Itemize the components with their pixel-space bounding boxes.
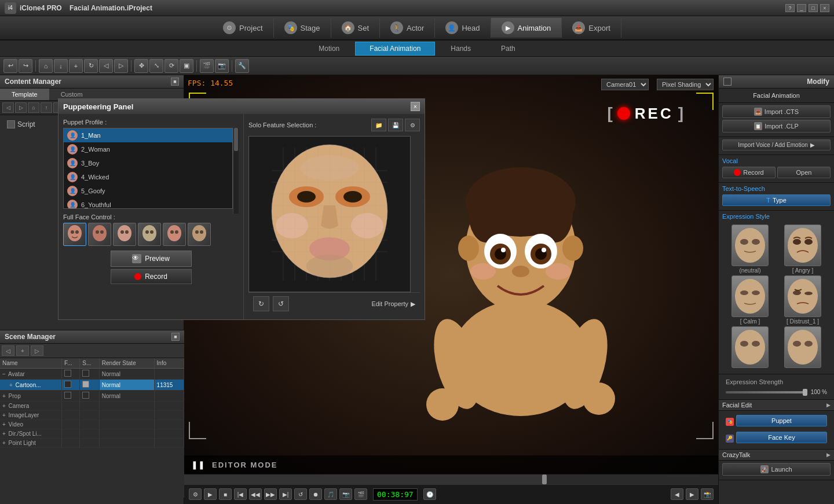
nav-tab-head[interactable]: 👤 Head (435, 18, 491, 38)
type-button[interactable]: T Type (722, 194, 831, 206)
profile-scrollbar-thumb[interactable] (234, 128, 238, 151)
scene-tool-next[interactable]: ▷ (31, 345, 43, 356)
expr-calm[interactable]: [ Calm ] (725, 275, 776, 325)
face-thumb-2[interactable] (88, 223, 111, 246)
profile-item-4[interactable]: 👤 4_Wicked (64, 170, 232, 184)
face-thumb-4[interactable] (138, 223, 161, 246)
pp-tool-rotate[interactable]: ↻ (253, 296, 269, 311)
tc-end-button[interactable]: ▶| (279, 488, 292, 500)
maximize-button[interactable]: □ (809, 4, 818, 12)
table-row[interactable]: + Point Light (0, 439, 184, 448)
home-button[interactable]: ⌂ (39, 59, 53, 73)
face-thumb-5[interactable] (163, 223, 186, 246)
face-thumb-1[interactable] (63, 223, 86, 246)
close-button[interactable]: × (820, 4, 829, 12)
help-button[interactable]: ? (785, 4, 795, 12)
minimize-button[interactable]: _ (797, 4, 806, 12)
render-button[interactable]: 🎬 (200, 59, 214, 73)
pp-preview-button[interactable]: 👁 Preview (111, 251, 192, 267)
expr-5[interactable] (725, 326, 776, 369)
sub-tab-hands[interactable]: Hands (436, 42, 485, 56)
nav-tab-animation[interactable]: ▶ Animation (491, 18, 562, 38)
tc-play-button[interactable]: ▶ (204, 488, 217, 500)
content-manager-close[interactable]: ■ (171, 78, 179, 86)
scale-button[interactable]: ⤡ (149, 59, 163, 73)
launch-button[interactable]: 🚀 Launch (722, 463, 831, 476)
check-s[interactable] (82, 392, 89, 399)
cm-tool-3[interactable]: ⌂ (28, 102, 39, 113)
tc-screenshot[interactable]: 📸 (701, 488, 714, 500)
window-controls[interactable]: ? _ □ × (785, 4, 829, 12)
scene-tool-add[interactable]: + (16, 345, 29, 356)
check-f[interactable] (64, 370, 71, 377)
table-row[interactable]: + ImageLayer (0, 411, 184, 420)
nav-tab-set[interactable]: 🏠 Set (331, 18, 381, 38)
rotate2-button[interactable]: ⟳ (164, 59, 178, 73)
settings-button[interactable]: 🔧 (235, 59, 249, 73)
tc-loop-button[interactable]: ↺ (294, 488, 307, 500)
tool1-button[interactable]: ◁ (99, 59, 113, 73)
move-button[interactable]: ✥ (134, 59, 148, 73)
timeline-bar[interactable] (184, 474, 718, 485)
redo-button[interactable]: ↪ (19, 59, 32, 73)
profile-item-6[interactable]: 👤 6_Youthful (64, 198, 232, 209)
puppet-button[interactable]: Puppet (736, 415, 827, 426)
crazytalk-collapsible[interactable]: CrazyTalk ▶ (719, 450, 834, 461)
cm-tool-1[interactable]: ◁ (2, 102, 14, 113)
check-s[interactable] (82, 370, 89, 377)
tc-prev-frame-button[interactable]: ◀◀ (249, 488, 262, 500)
facial-edit-collapsible[interactable]: Facial Edit ▶ (719, 400, 834, 411)
solo-btn-folder[interactable]: 📁 (371, 119, 386, 131)
sub-tab-path[interactable]: Path (487, 42, 530, 56)
table-row[interactable]: + Prop Normal (0, 391, 184, 402)
solo-btn-save[interactable]: 💾 (388, 119, 403, 131)
table-row[interactable]: + Cartoon... Normal11315 (0, 380, 184, 391)
profile-item-3[interactable]: 👤 3_Boy (64, 156, 232, 170)
table-row[interactable]: − Avatar Normal (0, 369, 184, 380)
timeline-thumb[interactable] (542, 474, 547, 484)
edit-property-button[interactable]: Edit Property ▶ (371, 300, 415, 308)
scene-tool-prev[interactable]: ◁ (2, 345, 14, 356)
tc-arrow-right[interactable]: ▶ (686, 488, 698, 500)
import-voice-button[interactable]: Import Voice / Add Emotion ▶ (722, 139, 831, 150)
undo-button[interactable]: ↩ (3, 59, 17, 73)
rp-checkbox[interactable] (723, 78, 731, 86)
table-row[interactable]: + Camera (0, 402, 184, 411)
import-clp-button[interactable]: 📋 Import .CLP (722, 120, 831, 133)
check-f[interactable] (64, 381, 71, 388)
pp-record-button[interactable]: Record (111, 269, 192, 284)
expr-6[interactable] (777, 326, 828, 369)
expr-neutral[interactable]: (neutral) (725, 225, 776, 274)
shading-select[interactable]: Pixel Shading (657, 79, 714, 90)
tc-voice-button[interactable]: 🎵 (324, 488, 337, 500)
profile-item-1[interactable]: 👤 1_Man (64, 128, 232, 142)
pp-close-button[interactable]: × (411, 102, 420, 111)
scene-manager-close[interactable]: ■ (171, 333, 180, 341)
vocal-open-button[interactable]: Open (777, 167, 831, 178)
camera-button[interactable]: 📷 (215, 59, 229, 73)
cm-tool-2[interactable]: ▷ (15, 102, 27, 113)
table-row[interactable]: + Dir./Spot Li... (0, 429, 184, 439)
tc-render-button[interactable]: 🎬 (354, 488, 367, 500)
solo-btn-settings[interactable]: ⚙ (405, 119, 420, 131)
pp-titlebar[interactable]: Puppeteering Panel × (58, 99, 425, 114)
face-thumb-6[interactable] (188, 223, 211, 246)
add-button[interactable]: + (69, 59, 83, 73)
table-row[interactable]: + Video (0, 420, 184, 429)
cm-tool-4[interactable]: ↑ (41, 102, 52, 113)
tc-next-frame-button[interactable]: ▶▶ (264, 488, 277, 500)
tc-arrow-left[interactable]: ◀ (671, 488, 683, 500)
nav-tab-stage[interactable]: 🎭 Stage (274, 18, 331, 38)
down-button[interactable]: ↓ (54, 59, 68, 73)
pp-tool-reset[interactable]: ↺ (273, 296, 289, 311)
profile-scrollbar[interactable] (233, 128, 239, 214)
import-cts-button[interactable]: 📥 Import .CTS (722, 105, 831, 118)
profile-item-2[interactable]: 👤 2_Woman (64, 142, 232, 156)
nav-tab-actor[interactable]: 🚶 Actor (380, 18, 435, 38)
tc-clock-button[interactable]: 🕐 (423, 488, 436, 500)
tc-record-button[interactable]: ⏺ (309, 488, 322, 500)
tc-settings-button[interactable]: ⚙ (189, 488, 202, 500)
check-s[interactable] (82, 381, 89, 388)
tool2-button[interactable]: ▷ (114, 59, 128, 73)
check-f[interactable] (64, 392, 71, 399)
